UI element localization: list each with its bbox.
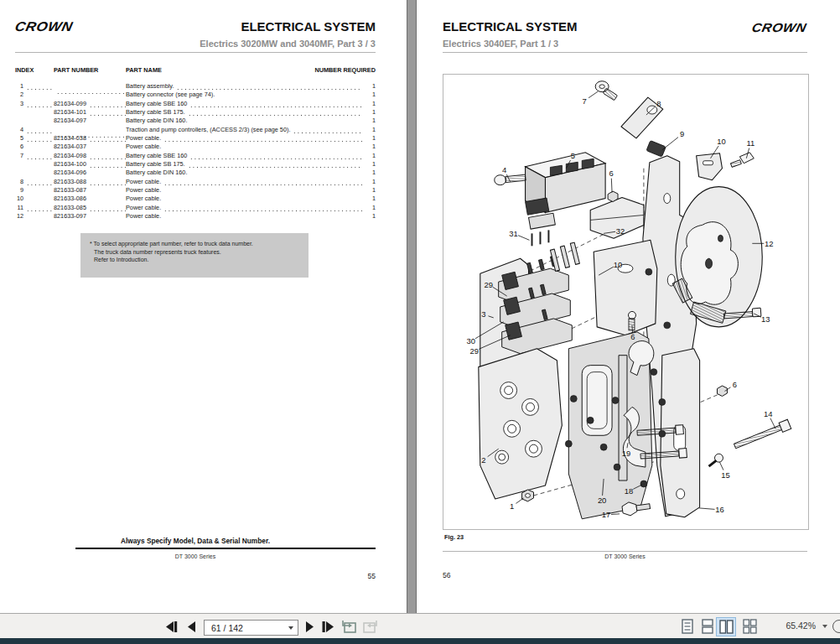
series-label: DT 3000 Series: [15, 553, 376, 559]
footer-rule: [75, 548, 376, 549]
page-subtitle: Electrics 3020MW and 3040MF, Part 3 / 3: [200, 39, 376, 49]
page-title: ELECTRICAL SYSTEM: [443, 19, 578, 34]
note-line: * To select appropriate part number, ref…: [90, 240, 309, 248]
callout-label: 6: [609, 169, 613, 178]
table-row: 1 Battery assembly. 1: [15, 82, 376, 91]
figure-caption: Fig. 23: [444, 533, 464, 541]
table-row: 4 Traction and pump controllers, (ACCESS…: [15, 126, 376, 134]
table-row: 11 821633-085 Power cable. 1: [15, 204, 376, 212]
parts-table: 1 Battery assembly. 1 2 Battery connecto…: [15, 82, 376, 221]
chevron-down-icon[interactable]: [288, 626, 293, 630]
callout-label: 6: [733, 380, 737, 389]
page-title: ELECTRICAL SYSTEM: [241, 19, 376, 34]
page-indicator-combobox[interactable]: 61 / 142: [204, 620, 298, 636]
table-row: 5 821634-038 Power cable. 1: [15, 134, 376, 143]
table-row: 821634-101 Battery cable SB 175. 1: [15, 108, 376, 117]
callout-label: 31: [509, 229, 518, 238]
table-row: 9 821633-087 Power cable. 1: [15, 186, 376, 195]
table-row: 821634-097 Battery cable DIN 160. 1: [15, 117, 376, 125]
callout-label: 14: [764, 409, 773, 418]
note-line: Refer to Introduction.: [94, 256, 309, 264]
table-row: 821634-096 Battery cable DIN 160. 1: [15, 169, 376, 177]
previous-view-button[interactable]: [341, 619, 357, 634]
callout-label: 10: [614, 260, 623, 269]
table-row: 10 821633-086 Power cable. 1: [15, 195, 376, 203]
callout-label: 19: [622, 449, 631, 458]
table-row: 6 821634-037 Power cable. 1: [15, 143, 376, 151]
clip-and-screw: [697, 153, 754, 180]
header-rule: [15, 52, 376, 53]
callout-label: 3: [481, 309, 485, 319]
callout-label: 30: [467, 336, 476, 345]
table-row: 821634-100 Battery cable SB 175. 1: [15, 160, 376, 169]
exploded-diagram-svg: 7891011546313212102933029136614219182011…: [443, 75, 808, 529]
page-right: ELECTRICAL SYSTEM Electrics 3040EF, Part…: [417, 0, 840, 613]
single-page-view-button[interactable]: [682, 619, 693, 634]
callout-label: 17: [602, 510, 611, 519]
table-row: 12 821633-097 Power cable. 1: [15, 212, 376, 221]
last-page-button[interactable]: [322, 621, 334, 632]
page-subtitle: Electrics 3040EF, Part 1 / 3: [443, 39, 558, 49]
callout-label: 8: [656, 99, 661, 108]
footnote-box: * To select appropriate part number, ref…: [80, 233, 309, 278]
footer-notice: Always Specify Model, Data & Serial Numb…: [15, 537, 376, 545]
controller-module: [495, 153, 605, 213]
callout-label: 2: [481, 455, 485, 465]
page-number-left: 55: [368, 572, 376, 580]
next-page-button[interactable]: [305, 621, 314, 632]
callout-label: 7: [583, 96, 587, 106]
col-index: INDEX: [15, 66, 54, 74]
callout-label: 29: [470, 346, 480, 356]
window-bottom-strip: [0, 638, 840, 644]
note-line: The truck data number represents truck f…: [94, 248, 309, 257]
parts-table-header: INDEX PART NUMBER PART NAME NUMBER REQUI…: [15, 66, 376, 74]
callout-label: 20: [598, 496, 607, 505]
header-rule: [443, 52, 807, 53]
previous-page-button[interactable]: [188, 621, 196, 632]
document-canvas: CROWN ELECTRICAL SYSTEM Electrics 3020MW…: [0, 0, 840, 613]
footer-rule: [443, 551, 807, 552]
page-left: CROWN ELECTRICAL SYSTEM Electrics 3020MW…: [0, 0, 407, 613]
callout-label: 13: [761, 314, 770, 324]
first-page-button[interactable]: [165, 621, 178, 632]
facing-pages-view-button[interactable]: [719, 620, 734, 634]
magnifier-icon[interactable]: [832, 620, 840, 633]
callout-label: 6: [630, 332, 635, 341]
callout-label: 15: [721, 470, 730, 480]
crown-logo: CROWN: [13, 19, 75, 34]
cable-panel: [479, 349, 563, 499]
continuous-view-button[interactable]: [702, 619, 713, 634]
callout-label: 4: [502, 165, 506, 174]
callout-label: 29: [485, 280, 494, 289]
callout-label: 12: [765, 239, 774, 248]
zoom-chevron-down-icon[interactable]: [822, 625, 827, 628]
bottom-toolbar: 61 / 142: [0, 613, 840, 638]
exploded-diagram: 7891011546313212102933029136614219182011…: [443, 74, 809, 530]
callout-label: 11: [746, 138, 754, 148]
page-indicator-value[interactable]: 61 / 142: [205, 623, 288, 633]
col-number-required: NUMBER REQUIRED: [314, 66, 376, 74]
col-part-name: PART NAME: [126, 66, 314, 74]
table-row: 8 821633-088 Power cable. 1: [15, 178, 376, 186]
callout-label: 1: [510, 501, 514, 511]
zoom-level-value[interactable]: 65.42%: [770, 621, 816, 631]
page-number-right: 56: [443, 571, 450, 579]
pivot-arm: [595, 81, 666, 157]
series-label: DT 3000 Series: [443, 553, 807, 559]
table-row: 7 821634-098 Battery cable SBE 160 1: [15, 152, 376, 160]
pdf-viewer-window: CROWN ELECTRICAL SYSTEM Electrics 3020MW…: [0, 0, 840, 644]
callout-label: 5: [571, 151, 575, 160]
col-part-number: PART NUMBER: [54, 66, 126, 74]
callout-label: 16: [715, 505, 724, 514]
callout-label: 18: [625, 486, 634, 496]
table-row: 3 821634-099 Battery cable SBE 160 1: [15, 100, 376, 108]
facing-continuous-view-button[interactable]: [743, 619, 757, 634]
next-view-button[interactable]: [362, 619, 378, 634]
callout-label: 32: [616, 226, 625, 236]
callout-label: 9: [680, 129, 684, 138]
callout-label: 10: [717, 137, 726, 146]
crown-logo: CROWN: [751, 21, 808, 35]
